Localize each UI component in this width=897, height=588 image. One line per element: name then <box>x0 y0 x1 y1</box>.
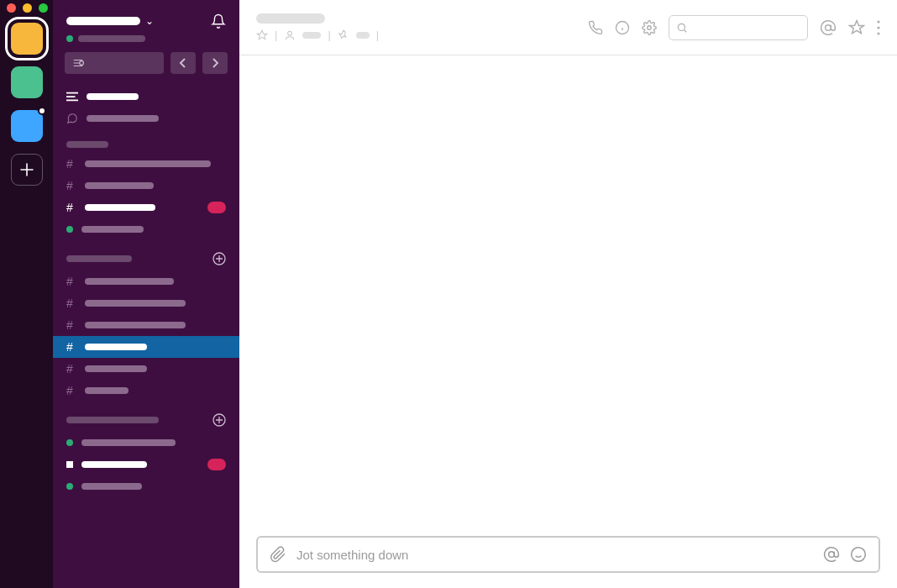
message-area <box>239 55 897 588</box>
channels-section-header[interactable] <box>53 240 239 270</box>
history-forward-button[interactable] <box>202 52 228 74</box>
channel-item[interactable]: # <box>53 270 239 292</box>
call-icon[interactable] <box>588 20 603 35</box>
channel-header: | | | <box>239 0 897 55</box>
starred-section-header[interactable] <box>53 129 239 153</box>
svg-point-6 <box>678 24 685 30</box>
user-status-row[interactable] <box>53 35 239 52</box>
dm-item[interactable] <box>53 475 239 497</box>
channel-sidebar: ⌄ # # # # # # <box>53 0 239 588</box>
members-icon[interactable] <box>284 29 296 41</box>
history-back-button[interactable] <box>170 52 196 74</box>
all-threads-item[interactable] <box>53 108 239 129</box>
presence-indicator-icon <box>66 35 73 42</box>
star-icon[interactable] <box>256 29 268 41</box>
close-window-icon[interactable] <box>7 3 16 13</box>
pin-count-placeholder <box>356 32 370 39</box>
presence-indicator-icon <box>66 439 73 446</box>
channel-meta: | | | <box>256 29 379 41</box>
search-input[interactable] <box>669 15 808 40</box>
message-composer[interactable] <box>256 536 880 573</box>
channel-item[interactable]: # <box>53 380 239 402</box>
mention-badge <box>207 202 226 213</box>
channel-item-unread[interactable]: # <box>53 197 239 218</box>
thread-icon <box>66 113 78 124</box>
attachment-icon[interactable] <box>270 546 286 563</box>
add-dm-icon[interactable] <box>212 413 226 427</box>
settings-gear-icon[interactable] <box>642 20 657 35</box>
channel-item[interactable]: # <box>53 358 239 380</box>
workspace-tile-1[interactable] <box>11 23 43 55</box>
add-channel-icon[interactable] <box>212 252 226 265</box>
mention-badge <box>207 459 226 470</box>
pin-icon[interactable] <box>338 29 349 41</box>
svg-point-11 <box>829 552 835 558</box>
star-outline-icon[interactable] <box>848 19 865 36</box>
all-unreads-item[interactable] <box>53 86 239 108</box>
message-input[interactable] <box>296 548 813 562</box>
dm-item-unread[interactable] <box>53 454 239 475</box>
channel-item-active[interactable]: # <box>53 336 239 358</box>
more-menu-icon[interactable] <box>877 20 880 35</box>
window-controls <box>7 3 48 13</box>
dm-item[interactable] <box>53 218 239 240</box>
item-label-placeholder <box>87 115 159 122</box>
channel-item[interactable]: # <box>53 175 239 197</box>
add-workspace-button[interactable] <box>11 154 43 186</box>
team-switcher[interactable]: ⌄ <box>66 15 154 27</box>
header-actions <box>588 15 880 40</box>
username-placeholder <box>78 35 145 42</box>
main-panel: | | | <box>239 0 897 588</box>
workspace-tile-2[interactable] <box>11 66 43 98</box>
channel-item[interactable]: # <box>53 153 239 175</box>
team-name-placeholder <box>66 17 140 25</box>
svg-point-7 <box>826 24 831 30</box>
channel-item[interactable]: # <box>53 314 239 336</box>
svg-point-12 <box>852 548 866 562</box>
sidebar-tools <box>53 52 239 86</box>
channel-title-block: | | | <box>256 13 379 41</box>
svg-point-10 <box>877 32 879 34</box>
mention-button-icon[interactable] <box>823 546 840 563</box>
unread-dot-icon <box>38 107 46 115</box>
svg-point-5 <box>648 25 652 29</box>
member-count-placeholder <box>302 32 321 39</box>
workspace-tile-3[interactable] <box>11 110 43 142</box>
emoji-picker-icon[interactable] <box>850 546 867 563</box>
svg-point-3 <box>288 31 292 35</box>
presence-indicator-icon <box>66 226 73 233</box>
svg-point-0 <box>80 61 84 66</box>
section-label-placeholder <box>66 255 132 262</box>
channel-item[interactable]: # <box>53 292 239 314</box>
svg-point-9 <box>877 26 879 29</box>
presence-indicator-icon <box>66 483 73 490</box>
section-label-placeholder <box>66 141 108 148</box>
minimize-window-icon[interactable] <box>23 3 32 13</box>
bot-indicator-icon <box>66 461 73 468</box>
list-icon <box>66 92 78 102</box>
search-icon <box>676 22 688 34</box>
sidebar-header: ⌄ <box>53 13 239 35</box>
chevron-down-icon: ⌄ <box>145 15 154 27</box>
svg-point-8 <box>877 20 879 23</box>
dm-item[interactable] <box>53 432 239 454</box>
dms-section-header[interactable] <box>53 402 239 432</box>
item-label-placeholder <box>87 93 139 100</box>
info-icon[interactable] <box>615 20 630 35</box>
workspace-rail <box>0 0 53 588</box>
maximize-window-icon[interactable] <box>39 3 48 13</box>
section-label-placeholder <box>66 417 159 423</box>
jump-to-search[interactable] <box>65 52 164 74</box>
notifications-bell-icon[interactable] <box>211 13 226 29</box>
channel-name-placeholder[interactable] <box>256 13 325 24</box>
mentions-icon[interactable] <box>820 19 837 36</box>
